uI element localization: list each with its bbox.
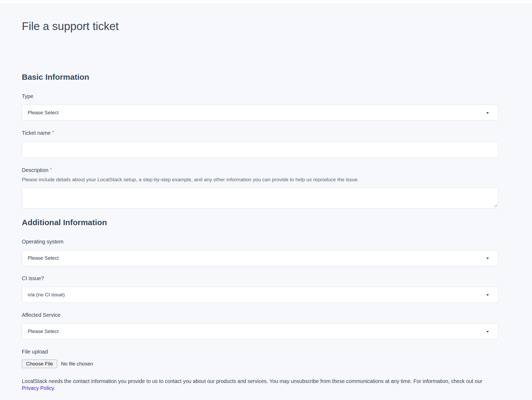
file-upload-label-text: File upload bbox=[22, 349, 48, 355]
field-type: Type Please Select ▼ bbox=[22, 93, 498, 121]
ci-issue-label: CI issue? bbox=[22, 275, 498, 281]
page-title: File a support ticket bbox=[22, 20, 498, 33]
ticket-name-input[interactable] bbox=[22, 141, 498, 158]
type-label: Type bbox=[22, 93, 498, 99]
affected-service-select[interactable]: Please Select ▼ bbox=[22, 323, 498, 339]
affected-service-select-value: Please Select bbox=[28, 329, 59, 334]
description-label-text: Description bbox=[22, 167, 48, 173]
choose-file-button[interactable]: Choose File bbox=[22, 360, 57, 368]
operating-system-label-text: Operating system bbox=[22, 239, 64, 245]
ticket-name-label: Ticket name* bbox=[22, 130, 498, 136]
ci-issue-label-text: CI issue? bbox=[22, 275, 44, 281]
ci-issue-select[interactable]: n/a (no CI issue) ▼ bbox=[22, 287, 498, 303]
section-basic-information: Basic Information Type Please Select ▼ T… bbox=[22, 72, 498, 209]
affected-service-label-text: Affected Service bbox=[22, 312, 60, 318]
ci-issue-select-value: n/a (no CI issue) bbox=[28, 292, 65, 298]
support-ticket-page: File a support ticket Basic Information … bbox=[0, 3, 532, 400]
field-affected-service: Affected Service Please Select ▼ bbox=[22, 312, 498, 339]
field-ticket-name: Ticket name* bbox=[22, 130, 498, 158]
description-textarea[interactable] bbox=[22, 187, 498, 209]
privacy-policy-link[interactable]: Privacy Policy bbox=[22, 385, 54, 391]
file-upload-control: Choose File No file chosen bbox=[22, 360, 498, 368]
field-file-upload: File upload Choose File No file chosen bbox=[22, 348, 498, 368]
section-heading-additional: Additional Information bbox=[22, 218, 498, 227]
dropdown-arrow-icon: ▼ bbox=[485, 111, 490, 114]
dropdown-arrow-icon: ▼ bbox=[485, 330, 490, 333]
field-ci-issue: CI issue? n/a (no CI issue) ▼ bbox=[22, 275, 498, 303]
required-asterisk: * bbox=[52, 130, 54, 135]
description-textarea-wrap bbox=[22, 187, 498, 209]
operating-system-label: Operating system bbox=[22, 238, 498, 245]
file-upload-label: File upload bbox=[22, 348, 498, 355]
affected-service-label: Affected Service bbox=[22, 312, 498, 318]
top-strip bbox=[0, 0, 532, 3]
dropdown-arrow-icon: ▼ bbox=[485, 257, 490, 259]
description-label: Description* bbox=[22, 167, 498, 173]
operating-system-select-value: Please Select bbox=[28, 255, 59, 261]
type-select[interactable]: Please Select ▼ bbox=[22, 105, 498, 121]
privacy-notice-period: . bbox=[54, 385, 55, 391]
section-heading-basic: Basic Information bbox=[22, 72, 498, 82]
operating-system-select[interactable]: Please Select ▼ bbox=[22, 250, 498, 266]
type-label-text: Type bbox=[22, 93, 33, 99]
privacy-notice: LocalStack needs the contact information… bbox=[22, 378, 498, 392]
dropdown-arrow-icon: ▼ bbox=[485, 293, 490, 296]
description-helper-text: Please include details about your LocalS… bbox=[22, 176, 498, 183]
section-additional-information: Additional Information Operating system … bbox=[22, 218, 498, 368]
file-upload-status: No file chosen bbox=[61, 361, 93, 367]
privacy-notice-text: LocalStack needs the contact information… bbox=[22, 378, 482, 384]
type-select-value: Please Select bbox=[28, 110, 59, 116]
ticket-name-label-text: Ticket name bbox=[22, 130, 51, 136]
field-description: Description* Please include details abou… bbox=[22, 167, 498, 209]
required-asterisk: * bbox=[50, 167, 52, 172]
field-operating-system: Operating system Please Select ▼ bbox=[22, 238, 498, 266]
